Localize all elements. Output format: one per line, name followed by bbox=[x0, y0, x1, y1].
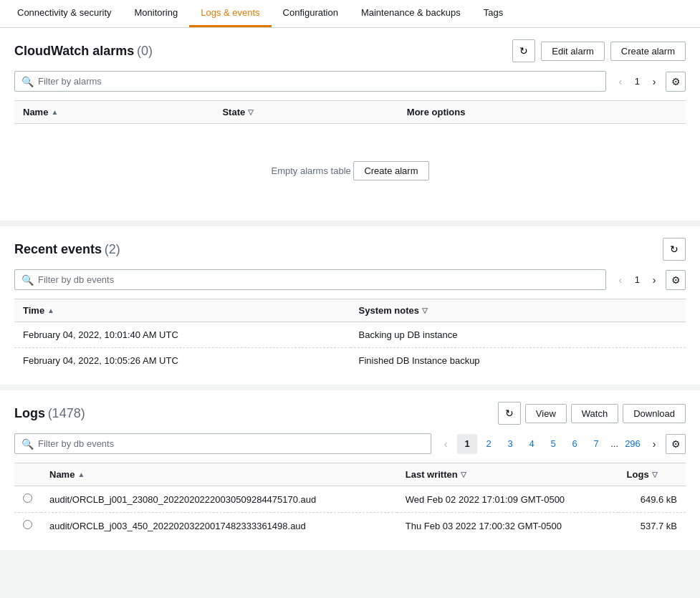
tab-configuration[interactable]: Configuration bbox=[272, 0, 350, 27]
logs-settings-button[interactable]: ⚙ bbox=[666, 434, 686, 454]
events-next-page[interactable]: › bbox=[646, 271, 663, 289]
logs-title: Logs bbox=[14, 406, 45, 420]
logs-page-1[interactable]: 1 bbox=[457, 434, 477, 454]
logs-header: Logs (1478) ↻ View Watch Download bbox=[14, 402, 686, 425]
logs-col-name[interactable]: Name ▲ bbox=[41, 463, 397, 486]
event-time-2: February 04, 2022, 10:05:26 AM UTC bbox=[14, 348, 350, 374]
events-col-notes[interactable]: System notes ▽ bbox=[350, 299, 686, 322]
logs-page-6[interactable]: 6 bbox=[565, 434, 585, 454]
recent-events-section: Recent events (2) ↻ 🔍 ‹ 1 › ⚙ bbox=[0, 226, 700, 390]
alarms-col-state[interactable]: State ▽ bbox=[214, 101, 398, 124]
tab-connectivity[interactable]: Connectivity & security bbox=[6, 0, 123, 27]
alarms-settings-button[interactable]: ⚙ bbox=[666, 72, 686, 92]
logs-table-body: audit/ORCLB_j001_23080_20220202220030509… bbox=[14, 486, 686, 539]
events-title: Recent events bbox=[14, 242, 102, 256]
alarms-title-group: CloudWatch alarms (0) bbox=[14, 44, 153, 59]
logs-page-numbers: 1 2 3 4 5 6 7 ... 296 bbox=[457, 434, 643, 454]
edit-alarm-button[interactable]: Edit alarm bbox=[541, 42, 605, 61]
logs-view-button[interactable]: View bbox=[525, 404, 567, 423]
alarms-search-row: 🔍 ‹ 1 › ⚙ bbox=[14, 71, 686, 92]
alarms-empty-state: Empty alarms table Create alarm bbox=[23, 131, 677, 202]
alarms-count: (0) bbox=[137, 44, 153, 58]
alarms-next-page[interactable]: › bbox=[646, 73, 663, 90]
events-page-num: 1 bbox=[632, 274, 643, 285]
logs-page-7[interactable]: 7 bbox=[586, 434, 606, 454]
logs-title-group: Logs (1478) bbox=[14, 406, 85, 421]
logs-written-sort-icon: ▽ bbox=[461, 471, 466, 478]
events-refresh-button[interactable]: ↻ bbox=[663, 238, 686, 261]
alarms-section: CloudWatch alarms (0) ↻ Edit alarm Creat… bbox=[0, 28, 700, 226]
tab-logs-events[interactable]: Logs & events bbox=[189, 0, 271, 27]
state-sort-icon: ▽ bbox=[248, 108, 254, 116]
logs-page-4[interactable]: 4 bbox=[522, 434, 542, 454]
log-size-2: 537.7 kB bbox=[618, 513, 686, 539]
tab-monitoring[interactable]: Monitoring bbox=[123, 0, 190, 27]
alarms-search-input[interactable] bbox=[14, 71, 606, 92]
logs-download-button[interactable]: Download bbox=[623, 404, 686, 423]
log-radio-2[interactable] bbox=[14, 513, 41, 539]
alarms-search-icon: 🔍 bbox=[21, 76, 34, 87]
alarms-refresh-button[interactable]: ↻ bbox=[512, 39, 535, 62]
log-radio-input-1[interactable] bbox=[23, 493, 32, 503]
log-radio-input-2[interactable] bbox=[23, 520, 32, 529]
logs-page-2[interactable]: 2 bbox=[479, 434, 499, 454]
events-col-time[interactable]: Time ▲ bbox=[14, 299, 350, 322]
tab-tags[interactable]: Tags bbox=[472, 0, 514, 27]
time-sort-icon: ▲ bbox=[47, 307, 54, 314]
logs-col-radio bbox=[14, 463, 41, 486]
logs-section: Logs (1478) ↻ View Watch Download 🔍 ‹ 1 … bbox=[0, 390, 700, 550]
alarms-page-num: 1 bbox=[632, 76, 643, 87]
notes-sort-icon: ▽ bbox=[422, 307, 428, 314]
events-settings-button[interactable]: ⚙ bbox=[666, 270, 686, 290]
alarms-actions: ↻ Edit alarm Create alarm bbox=[512, 39, 686, 62]
logs-ellipsis: ... bbox=[608, 438, 621, 449]
alarms-header: CloudWatch alarms (0) ↻ Edit alarm Creat… bbox=[14, 39, 686, 62]
alarms-col-name[interactable]: Name ▲ bbox=[14, 101, 214, 124]
logs-prev-page[interactable]: ‹ bbox=[437, 435, 454, 453]
log-radio-1[interactable] bbox=[14, 486, 41, 513]
create-alarm-button[interactable]: Create alarm bbox=[610, 42, 686, 61]
table-row: February 04, 2022, 10:05:26 AM UTC Finis… bbox=[14, 348, 686, 374]
events-search-input[interactable] bbox=[14, 269, 606, 290]
logs-table-head: Name ▲ Last written ▽ Logs ▽ bbox=[14, 463, 686, 486]
events-table: Time ▲ System notes ▽ February 04, 2022,… bbox=[14, 299, 686, 373]
logs-page-5[interactable]: 5 bbox=[543, 434, 563, 454]
events-count: (2) bbox=[105, 242, 120, 256]
name-sort-icon: ▲ bbox=[51, 108, 58, 116]
event-note-1: Backing up DB instance bbox=[350, 322, 686, 348]
event-note-2: Finished DB Instance backup bbox=[350, 348, 686, 374]
alarms-empty-create-button[interactable]: Create alarm bbox=[353, 161, 428, 180]
events-search-row: 🔍 ‹ 1 › ⚙ bbox=[14, 269, 686, 290]
table-row: audit/ORCLB_j003_450_2022020322001748233… bbox=[14, 513, 686, 539]
logs-name-sort-icon: ▲ bbox=[77, 471, 85, 478]
table-row: audit/ORCLB_j001_23080_20220202220030509… bbox=[14, 486, 686, 513]
logs-next-page[interactable]: › bbox=[646, 435, 663, 453]
logs-search-wrapper: 🔍 bbox=[14, 433, 431, 454]
events-header: Recent events (2) ↻ bbox=[14, 238, 686, 261]
log-size-1: 649.6 kB bbox=[618, 486, 686, 513]
logs-page-3[interactable]: 3 bbox=[500, 434, 520, 454]
tabs-bar: Connectivity & securityMonitoringLogs & … bbox=[0, 0, 700, 28]
events-prev-page[interactable]: ‹ bbox=[612, 271, 629, 289]
alarms-table-head: Name ▲ State ▽ More options bbox=[14, 101, 686, 124]
logs-col-logs[interactable]: Logs ▽ bbox=[618, 463, 686, 486]
logs-logs-sort-icon: ▽ bbox=[652, 471, 658, 478]
events-search-icon: 🔍 bbox=[21, 274, 34, 286]
logs-watch-button[interactable]: Watch bbox=[571, 404, 618, 423]
tab-maintenance[interactable]: Maintenance & backups bbox=[350, 0, 472, 27]
logs-search-row: 🔍 ‹ 1 2 3 4 5 6 7 ... 296 › ⚙ bbox=[14, 433, 686, 454]
alarms-prev-page[interactable]: ‹ bbox=[612, 73, 629, 90]
logs-col-written[interactable]: Last written ▽ bbox=[397, 463, 618, 486]
logs-actions: ↻ View Watch Download bbox=[498, 402, 686, 425]
logs-page-last[interactable]: 296 bbox=[623, 434, 643, 454]
logs-table: Name ▲ Last written ▽ Logs ▽ bbox=[14, 463, 686, 539]
table-row: February 04, 2022, 10:01:40 AM UTC Backi… bbox=[14, 322, 686, 348]
alarms-col-more[interactable]: More options bbox=[398, 101, 686, 124]
logs-count: (1478) bbox=[48, 406, 85, 420]
logs-refresh-button[interactable]: ↻ bbox=[498, 402, 521, 425]
alarms-search-wrapper: 🔍 bbox=[14, 71, 606, 92]
events-pagination: ‹ 1 › ⚙ bbox=[612, 270, 686, 290]
events-title-group: Recent events (2) bbox=[14, 242, 120, 257]
logs-search-input[interactable] bbox=[14, 433, 431, 454]
events-table-head: Time ▲ System notes ▽ bbox=[14, 299, 686, 322]
